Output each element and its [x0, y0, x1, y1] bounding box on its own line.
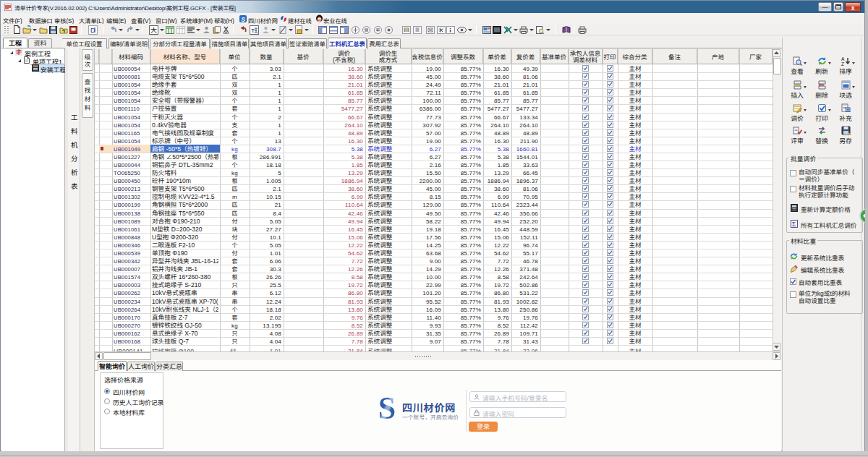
svg-text:Σ: Σ: [792, 221, 796, 228]
svg-text:A: A: [841, 56, 845, 61]
svg-text:Z: Z: [841, 61, 844, 66]
svg-text:T: T: [251, 27, 255, 34]
